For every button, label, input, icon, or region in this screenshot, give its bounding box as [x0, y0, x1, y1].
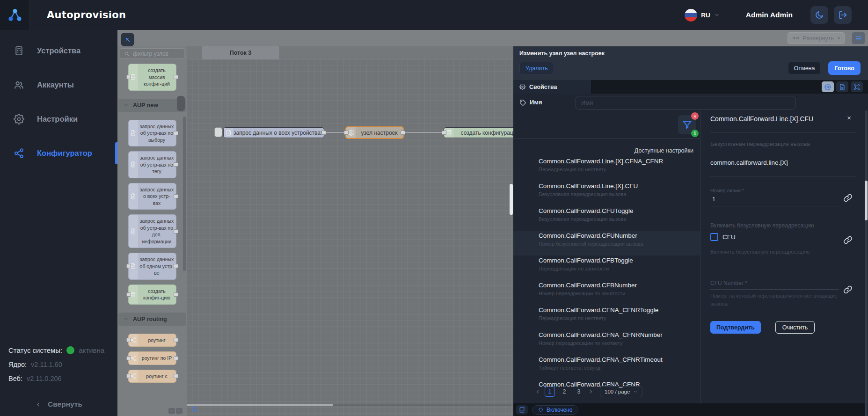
- docs-button[interactable]: [516, 405, 528, 415]
- setting-item[interactable]: Common.CallForward.Line.[X].CFU Безуслов…: [513, 181, 700, 206]
- done-button[interactable]: Готово: [828, 61, 861, 75]
- prev-page-icon[interactable]: [535, 389, 540, 394]
- sidebar-item-Настройки[interactable]: Настройки: [0, 102, 117, 136]
- palette-search[interactable]: [120, 48, 184, 59]
- node-port[interactable]: [126, 356, 131, 360]
- flow-tab[interactable]: Поток 3: [202, 46, 279, 59]
- node-port[interactable]: [126, 264, 131, 268]
- node-port[interactable]: [174, 131, 178, 135]
- palette-node[interactable]: запрос данных об одном устр-ве: [128, 253, 176, 280]
- properties-view-button[interactable]: [822, 81, 834, 92]
- filter-button[interactable]: × 1: [678, 115, 696, 134]
- setting-item[interactable]: Common.CallForward.CFUNumber Номер безус…: [513, 231, 700, 255]
- node-port[interactable]: [174, 356, 178, 360]
- palette-scroll-down-button[interactable]: [176, 408, 182, 414]
- close-icon[interactable]: ×: [847, 114, 851, 122]
- filter-clear-badge[interactable]: ×: [691, 112, 699, 120]
- language-selector[interactable]: RU: [685, 9, 720, 22]
- node-port[interactable]: [126, 292, 131, 297]
- node-port[interactable]: [126, 374, 131, 378]
- sidebar-item-label: Устройства: [37, 46, 80, 55]
- canvas-vscroll-thumb[interactable]: [510, 184, 513, 215]
- palette-node[interactable]: запрос данных об устр-вах по тегу: [128, 151, 176, 178]
- setting-item[interactable]: Common.CallForward.Line.[X].CFNA_CFNR Пе…: [513, 156, 700, 181]
- setting-item[interactable]: Common.CallForward.CFBToggle Переадресац…: [513, 255, 700, 280]
- node-port[interactable]: [174, 374, 178, 378]
- inject-button[interactable]: [214, 127, 222, 137]
- page-size-select[interactable]: 100 / page: [600, 386, 642, 397]
- node-port[interactable]: [174, 75, 178, 79]
- node-port[interactable]: [174, 264, 178, 268]
- page-button-2[interactable]: 2: [559, 387, 569, 397]
- palette-node[interactable]: создать массив конфиг-ций: [128, 64, 176, 91]
- node-port[interactable]: [174, 338, 178, 342]
- delete-button[interactable]: Удалить: [519, 62, 554, 74]
- palette-node[interactable]: запрос данных об устр-вах по выбору: [128, 120, 176, 147]
- node-input-port[interactable]: [344, 131, 349, 135]
- page-button-1[interactable]: 1: [545, 387, 555, 397]
- palette-scrollbar[interactable]: [183, 117, 186, 271]
- palette-grip-handle[interactable]: [177, 96, 185, 111]
- cancel-button[interactable]: Отмена: [788, 62, 821, 74]
- canvas-zoom-button[interactable]: [190, 406, 199, 414]
- appearance-view-button[interactable]: [851, 81, 863, 92]
- enabled-toggle[interactable]: Включено: [532, 405, 578, 415]
- cfu-number-input[interactable]: [710, 289, 839, 290]
- pointer-tool-button[interactable]: [121, 33, 134, 46]
- page-button-3[interactable]: 3: [574, 387, 584, 397]
- link-icon[interactable]: [843, 193, 853, 203]
- theme-toggle-button[interactable]: [810, 6, 828, 24]
- flow-canvas[interactable]: Поток 3 запрос данных о всех устройствах…: [187, 46, 513, 416]
- setting-item[interactable]: Common.CallForward.CFUToggle Безусловная…: [513, 206, 700, 231]
- setting-item[interactable]: Common.CallForward.CFNA_CFNRNumber Номер…: [513, 330, 700, 355]
- setting-item[interactable]: Common.CallForward.CFNA_CFNRToggle Переа…: [513, 305, 700, 330]
- app-logo[interactable]: [0, 0, 30, 30]
- node-port[interactable]: [174, 162, 178, 167]
- link-icon[interactable]: [843, 235, 853, 245]
- canvas-grid[interactable]: [187, 59, 513, 416]
- clear-button[interactable]: Очистить: [775, 321, 815, 334]
- node-input-port[interactable]: [442, 131, 446, 135]
- panel-scrollbar-thumb[interactable]: [865, 181, 868, 220]
- palette-node[interactable]: создать конфиг-цию: [128, 285, 176, 305]
- palette-search-input[interactable]: [133, 51, 180, 57]
- palette-section-AUP routing[interactable]: AUP routing: [118, 313, 186, 326]
- flow-node-create-config[interactable]: создать конфигураци: [444, 127, 513, 138]
- palette-node[interactable]: запрос данных об устр-вах по доп. информ…: [128, 214, 176, 248]
- node-output-port[interactable]: [401, 131, 405, 135]
- canvas-hscroll-thumb[interactable]: [187, 404, 333, 406]
- palette-node[interactable]: запрос данных о всех устр-вах: [128, 183, 176, 210]
- node-port[interactable]: [174, 292, 178, 297]
- node-port[interactable]: [126, 75, 131, 79]
- node-output-port[interactable]: [321, 131, 326, 135]
- line-number-input[interactable]: 1: [712, 196, 715, 203]
- node-port[interactable]: [174, 194, 178, 198]
- sidebar-item-Устройства[interactable]: Устройства: [0, 34, 117, 68]
- palette-node[interactable]: роутинг: [128, 334, 176, 347]
- flow-node-settings-selected[interactable]: узел настроек: [345, 126, 404, 139]
- name-input[interactable]: [576, 96, 795, 109]
- palette-scroll-up-button[interactable]: [168, 408, 175, 414]
- sidebar-item-Конфигуратор[interactable]: Конфигуратор: [0, 136, 117, 170]
- expand-button[interactable]: Развернуть ▾: [788, 32, 845, 44]
- palette-node[interactable]: роутинг с: [128, 370, 176, 383]
- node-port[interactable]: [126, 338, 131, 342]
- link-icon[interactable]: [843, 285, 853, 294]
- setting-item[interactable]: Common.CallForward.CFBNumber Номер переа…: [513, 280, 700, 305]
- cfu-checkbox[interactable]: [710, 233, 718, 241]
- flow-node-query-all-devices[interactable]: запрос данных о всех устройствах: [223, 127, 324, 138]
- palette-node-label: запрос данных об устр-вах по доп. информ…: [138, 215, 176, 248]
- description-view-button[interactable]: [836, 81, 848, 92]
- tab-properties[interactable]: Свойства: [513, 80, 591, 94]
- panel-scrollbar[interactable]: [865, 110, 868, 416]
- sidebar-collapse-button[interactable]: Свернуть: [0, 400, 117, 409]
- palette-node[interactable]: роутинг по IP: [128, 351, 176, 365]
- node-port[interactable]: [174, 229, 178, 234]
- next-page-icon[interactable]: [588, 389, 594, 394]
- setting-item[interactable]: Common.CallForward.CFNA_CFNRTimeout Тайм…: [513, 355, 700, 380]
- sidebar-item-Аккаунты[interactable]: Аккаунты: [0, 68, 117, 102]
- confirm-button[interactable]: Подтвердить: [710, 321, 761, 334]
- logout-button[interactable]: [834, 6, 852, 24]
- palette-section-AUP new[interactable]: AUP new: [118, 99, 186, 112]
- menu-button[interactable]: [852, 32, 865, 44]
